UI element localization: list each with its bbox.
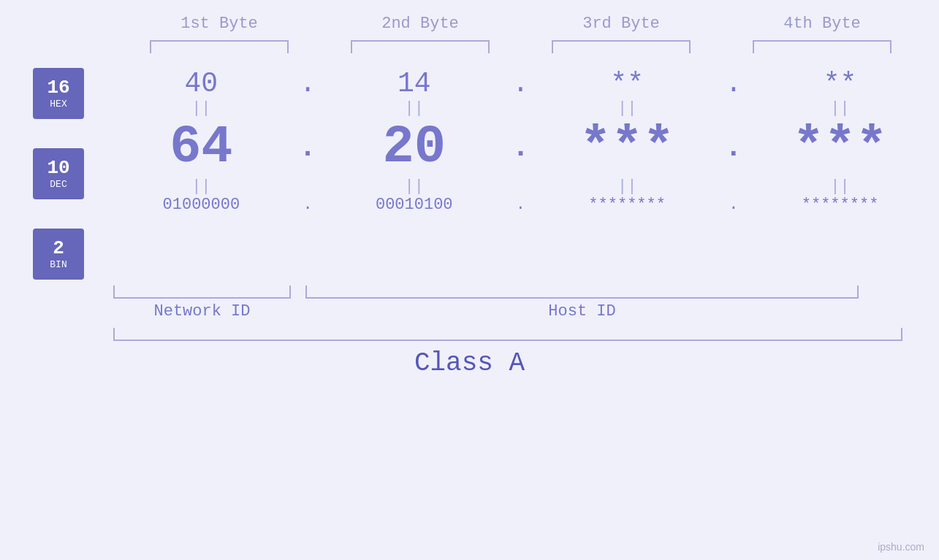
- bin-byte1: 01000000: [128, 196, 274, 214]
- hex-byte4: **: [767, 68, 913, 99]
- bracket-byte2: [351, 40, 490, 53]
- labels-row: Network ID Host ID: [113, 302, 939, 321]
- bin-dot3: .: [723, 196, 745, 214]
- hex-badge-label: HEX: [50, 99, 66, 110]
- full-bracket-row: [113, 328, 939, 341]
- sep4: ||: [767, 99, 913, 118]
- dec-badge-num: 10: [47, 158, 69, 179]
- values-area: 40 . 14 . ** . ** || || || || 64: [102, 68, 939, 280]
- bin-dot1: .: [297, 196, 319, 214]
- dec-badge-label: DEC: [50, 179, 66, 190]
- dec-dot1: .: [297, 131, 319, 164]
- header-byte4: 4th Byte: [749, 15, 895, 33]
- dec-byte4: ***: [767, 118, 913, 177]
- header-byte2: 2nd Byte: [347, 15, 493, 33]
- main-container: 1st Byte 2nd Byte 3rd Byte 4th Byte 16 H…: [0, 0, 939, 560]
- bin-row: 01000000 . 00010100 . ******** . *******…: [102, 196, 939, 214]
- hex-row: 40 . 14 . ** . **: [102, 68, 939, 99]
- sep-row-2: || || || ||: [102, 177, 939, 196]
- hex-byte3: **: [554, 68, 700, 99]
- bin-badge: 2 BIN: [33, 229, 84, 280]
- class-label: Class A: [0, 348, 939, 378]
- bin-byte2: 00010100: [341, 196, 487, 214]
- dec-badge: 10 DEC: [33, 148, 84, 199]
- dec-byte3: ***: [554, 118, 700, 177]
- bin-badge-num: 2: [53, 238, 64, 259]
- dec-byte1: 64: [128, 118, 274, 177]
- hex-dot3: .: [723, 68, 745, 99]
- bottom-section: Network ID Host ID Class A: [0, 280, 939, 378]
- header-byte3: 3rd Byte: [548, 15, 694, 33]
- sep7: ||: [554, 177, 700, 196]
- sep8: ||: [767, 177, 913, 196]
- top-brackets: [119, 40, 923, 53]
- hex-byte2: 14: [341, 68, 487, 99]
- bracket-byte4: [753, 40, 892, 53]
- content-area: 16 HEX 10 DEC 2 BIN 40 . 14 . ** . **: [0, 68, 939, 280]
- sep3: ||: [554, 99, 700, 118]
- sep-row-1: || || || ||: [102, 99, 939, 118]
- dec-dot2: .: [509, 131, 531, 164]
- bin-dot2: .: [509, 196, 531, 214]
- host-id-label: Host ID: [305, 302, 859, 321]
- byte-headers: 1st Byte 2nd Byte 3rd Byte 4th Byte: [119, 15, 923, 33]
- bottom-brackets-row: [113, 285, 939, 299]
- dec-byte2: 20: [341, 118, 487, 177]
- sep6: ||: [341, 177, 487, 196]
- network-id-label: Network ID: [113, 302, 291, 321]
- dec-row: 64 . 20 . *** . ***: [102, 118, 939, 177]
- sep5: ||: [128, 177, 274, 196]
- bracket-full: [113, 328, 902, 341]
- hex-badge-num: 16: [47, 77, 69, 99]
- header-byte1: 1st Byte: [146, 15, 292, 33]
- hex-byte1: 40: [128, 68, 274, 99]
- sep1: ||: [128, 99, 274, 118]
- bin-byte4: ********: [767, 196, 913, 214]
- bin-byte3: ********: [554, 196, 700, 214]
- watermark: ipshu.com: [878, 541, 924, 553]
- hex-dot2: .: [509, 68, 531, 99]
- badges-column: 16 HEX 10 DEC 2 BIN: [0, 68, 102, 280]
- bin-badge-label: BIN: [50, 259, 66, 270]
- bracket-host: [305, 285, 859, 299]
- sep2: ||: [341, 99, 487, 118]
- bracket-byte1: [150, 40, 289, 53]
- dec-dot3: .: [723, 131, 745, 164]
- hex-dot1: .: [297, 68, 319, 99]
- bracket-byte3: [552, 40, 691, 53]
- bracket-network: [113, 285, 291, 299]
- hex-badge: 16 HEX: [33, 68, 84, 119]
